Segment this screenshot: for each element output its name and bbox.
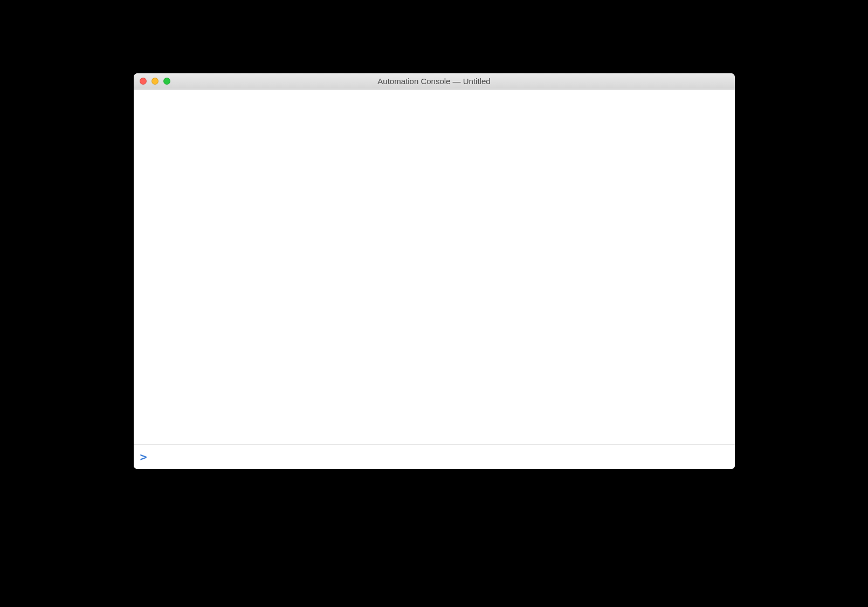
console-output-area[interactable] [134, 89, 735, 444]
window-title: Automation Console — Untitled [134, 77, 735, 86]
prompt-icon: > [140, 450, 147, 464]
titlebar[interactable]: Automation Console — Untitled [134, 73, 735, 89]
application-window: Automation Console — Untitled > [134, 73, 735, 469]
traffic-lights [134, 78, 170, 85]
zoom-button[interactable] [163, 78, 170, 85]
close-button[interactable] [140, 78, 147, 85]
minimize-button[interactable] [151, 78, 159, 85]
console-input[interactable] [153, 445, 728, 469]
console-input-bar: > [134, 444, 735, 469]
